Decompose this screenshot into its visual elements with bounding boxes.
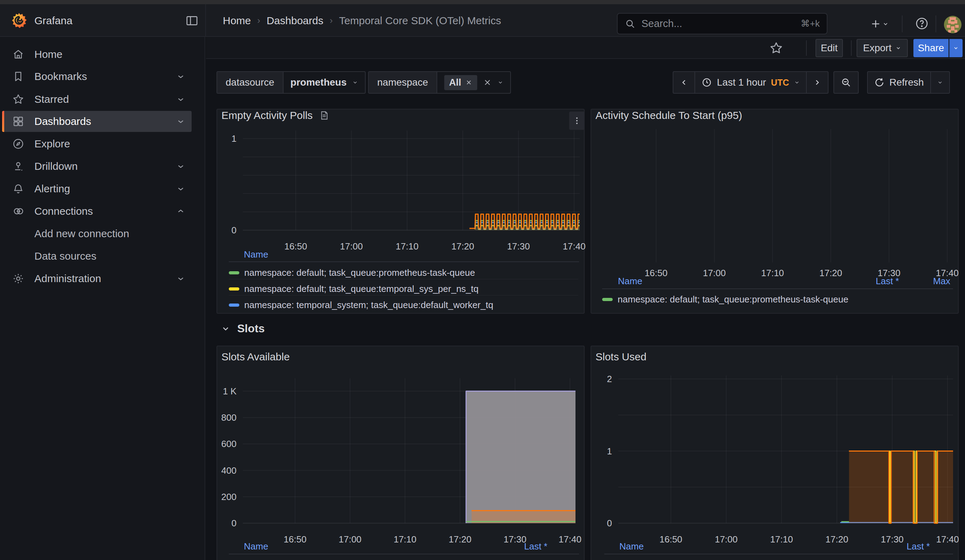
breadcrumb-item[interactable]: Dashboards [267, 15, 324, 27]
series-color-pill [229, 271, 239, 274]
chevron-down-icon [176, 72, 185, 81]
dashboards-icon [12, 115, 25, 128]
sidebar-collapse-icon[interactable] [185, 14, 199, 28]
chevron-right-icon [813, 78, 821, 87]
chart-plot-area[interactable] [243, 131, 580, 230]
chevron-down-icon[interactable] [497, 80, 503, 85]
legend-row-divider [229, 279, 578, 279]
share-button[interactable]: Share [913, 39, 949, 57]
legend-column-max[interactable]: Max [880, 276, 950, 287]
search-input[interactable]: Search... ⌘+k [617, 13, 828, 34]
panel-title[interactable]: Activity Schedule To Start (p95) [595, 109, 742, 121]
y-axis-tick: 600 [204, 439, 237, 449]
grafana-logo-icon[interactable] [10, 12, 27, 29]
sidebar-item-home[interactable]: Home [2, 44, 191, 65]
y-axis-tick: 0 [204, 518, 237, 529]
panel-title-text: Activity Schedule To Start (p95) [595, 109, 742, 121]
datasource-filter-value[interactable]: prometheus [283, 72, 365, 93]
legend-column-name[interactable]: Name [244, 249, 268, 260]
bookmark-icon [12, 70, 25, 83]
series-color-pill [229, 287, 239, 291]
x-axis-tick: 17:40 [936, 534, 959, 545]
datasource-filter: datasource prometheus [216, 71, 366, 94]
y-axis-tick: 0 [580, 518, 612, 529]
chevron-down-icon [176, 117, 185, 126]
chart-plot-area[interactable] [243, 378, 576, 523]
sidebar-item-label: Home [34, 48, 62, 60]
sidebar-item-starred[interactable]: Starred [2, 89, 191, 110]
sidebar-item-drilldown[interactable]: Drilldown [2, 156, 191, 177]
star-icon [12, 93, 25, 106]
legend-rows: namespace: default; task_queue:prometheu… [604, 556, 952, 560]
sidebar-item-administration[interactable]: Administration [2, 268, 191, 289]
slots-section-toggle[interactable]: Slots [221, 322, 265, 335]
sidebar-item-data-sources[interactable]: Data sources [2, 246, 191, 267]
time-back-button[interactable] [674, 72, 694, 93]
export-button[interactable]: Export [857, 39, 908, 57]
legend-column-name[interactable]: Name [619, 541, 644, 552]
remove-value-icon[interactable] [465, 79, 472, 86]
sidebar-item-alerting[interactable]: Alerting [2, 178, 191, 199]
breadcrumb-separator: › [257, 15, 260, 26]
panel-title[interactable]: Slots Used [595, 351, 646, 363]
panel-menu-icon[interactable] [569, 112, 585, 130]
edit-button[interactable]: Edit [816, 39, 843, 57]
chart-plot-area[interactable] [601, 129, 953, 263]
clear-all-icon[interactable] [483, 78, 492, 87]
legend-column-last[interactable]: Last * [860, 541, 930, 552]
help-icon[interactable] [913, 15, 931, 32]
legend-column-name[interactable]: Name [244, 541, 268, 552]
legend-rows: namespace: default; task_queue:prometheu… [602, 290, 952, 313]
share-menu-button[interactable] [949, 39, 963, 57]
sidebar-item-label: Bookmarks [34, 70, 87, 82]
sidebar-item-label: Drilldown [34, 160, 78, 172]
sidebar-item-bookmarks[interactable]: Bookmarks [2, 66, 191, 87]
chart-plot-area[interactable] [618, 376, 953, 523]
chevron-down-icon [176, 95, 185, 104]
legend-row[interactable]: namespace: default; task_queue:prometheu… [604, 558, 952, 560]
refresh-interval-button[interactable] [930, 72, 949, 93]
legend-column-name[interactable]: Name [618, 276, 642, 287]
chevron-down-icon [176, 162, 185, 171]
series-label: namespace: default; task_queue:prometheu… [244, 267, 475, 278]
series-label: namespace: temporal_system; task_queue:d… [244, 300, 493, 310]
x-axis-tick: 16:50 [644, 268, 667, 279]
sidebar-item-add-new-connection[interactable]: Add new connection [2, 223, 191, 244]
datasource-filter-label: datasource [217, 72, 283, 93]
time-controls: Last 1 hour UTC Refresh [673, 71, 950, 94]
zoom-out-button[interactable] [834, 72, 858, 93]
time-range-picker[interactable]: Last 1 hour UTC [694, 72, 806, 93]
add-new-button[interactable] [870, 14, 889, 34]
x-axis-tick: 17:20 [448, 534, 471, 545]
panel-description-icon[interactable] [319, 110, 329, 121]
panel-title[interactable]: Empty Activity Polls [221, 109, 329, 121]
legend-row[interactable]: namespace: temporal_system; task_queue:d… [229, 298, 578, 312]
x-axis-tick: 17:10 [761, 268, 784, 279]
x-axis-tick: 17:00 [703, 268, 726, 279]
namespace-selected: All [449, 77, 461, 88]
legend-row[interactable]: namespace: default; task_queue:prometheu… [602, 292, 952, 306]
namespace-filter: namespace All [368, 71, 511, 94]
user-avatar[interactable] [944, 16, 962, 33]
sidebar-item-dashboards[interactable]: Dashboards [2, 111, 191, 132]
favorite-star-icon[interactable] [769, 41, 783, 56]
refresh-label: Refresh [890, 77, 924, 88]
sidebar-item-explore[interactable]: Explore [2, 133, 191, 154]
legend-row[interactable]: namespace: default; task_queue:prometheu… [229, 266, 578, 279]
legend-row[interactable]: namespace: default; task_queue:prometheu… [229, 558, 578, 560]
brand-name: Grafana [34, 15, 72, 27]
x-axis-tick: 17:20 [825, 534, 848, 545]
legend-column-last[interactable]: Last * [477, 541, 548, 552]
search-placeholder: Search... [641, 18, 795, 29]
series-label: namespace: default; task_queue:temporal_… [244, 284, 479, 294]
chevron-down-icon [176, 184, 185, 193]
panel-title[interactable]: Slots Available [221, 351, 290, 363]
breadcrumb-item[interactable]: Home [223, 15, 251, 27]
namespace-value-chip[interactable]: All [444, 75, 478, 90]
legend-row[interactable]: namespace: default; task_queue:temporal_… [229, 282, 578, 296]
sidebar-item-connections[interactable]: Connections [2, 201, 191, 222]
breadcrumb-separator: › [329, 15, 333, 26]
refresh-button[interactable]: Refresh [868, 72, 930, 93]
time-forward-button[interactable] [806, 72, 828, 93]
x-axis-tick: 17:00 [340, 241, 363, 252]
